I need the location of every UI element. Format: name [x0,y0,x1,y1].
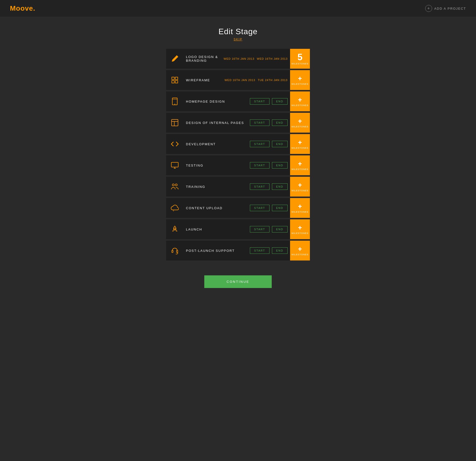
stage-dates-homepage-design: STARTEND [247,98,290,105]
stage-end-btn-training[interactable]: END [272,183,288,190]
stage-start-btn-post-launch[interactable]: START [250,247,269,254]
stage-end-btn-content-upload[interactable]: END [272,205,288,211]
stage-milestone-development[interactable]: +MILESTONES [290,134,310,154]
milestone-plus-wireframe: + [298,75,302,82]
stage-milestone-logo-design[interactable]: 5MILESTONES [290,49,310,69]
stage-icon-area-testing [166,159,183,172]
stage-dates-wireframe: WED 16TH JAN 2013TUE 24TH JAN 2013 [222,79,290,82]
stage-row-wireframe: WIREFRAMEWED 16TH JAN 2013TUE 24TH JAN 2… [166,70,310,90]
stage-milestone-training[interactable]: +MILESTONES [290,177,310,197]
stage-name-development: DEVELOPMENT [183,142,247,146]
stage-row-logo-design: LOGO DESIGN & BRANDINGWED 16TH JAN 2013W… [166,49,310,69]
stage-icon-area-training [166,180,183,193]
skip-link[interactable]: SKIP [234,38,242,41]
logo-text: Moove [10,4,33,12]
stage-milestone-launch[interactable]: +MILESTONES [290,219,310,239]
svg-rect-0 [172,77,174,80]
milestone-plus-testing: + [298,160,302,167]
stage-row-post-launch: POST-LAUNCH SUPPORTSTARTEND+MILESTONES [166,241,310,260]
milestone-label-training: MILESTONES [292,189,308,192]
stage-icon-area-homepage-design [166,95,183,108]
stage-dates-logo-design: WED 16TH JAN 2013WED 16TH JAN 2013 [221,57,290,60]
add-project-button[interactable]: + ADD A PROJECT [425,5,466,12]
stage-dates-launch: STARTEND [247,226,290,232]
milestone-label-content-upload: MILESTONES [292,211,308,213]
milestone-plus-homepage-design: + [298,96,302,103]
page-title: Edit Stage [0,27,476,36]
stage-milestone-content-upload[interactable]: +MILESTONES [290,198,310,218]
svg-text:T: T [173,209,174,212]
svg-rect-18 [177,250,178,253]
stage-start-btn-development[interactable]: START [250,141,269,147]
stage-end-btn-internal-pages[interactable]: END [272,119,288,126]
header: Moove. + ADD A PROJECT [0,0,476,17]
continue-section: CONTINUE [0,268,476,303]
stage-row-training: TRAININGSTARTEND+MILESTONES [166,177,310,197]
stage-milestone-post-launch[interactable]: +MILESTONES [290,241,310,260]
stage-milestone-homepage-design[interactable]: +MILESTONES [290,91,310,111]
stage-dates-training: STARTEND [247,183,290,190]
stage-end-btn-post-launch[interactable]: END [272,247,288,254]
svg-rect-2 [172,81,174,83]
stage-end-date-logo-design: WED 16TH JAN 2013 [257,57,288,60]
stage-name-homepage-design: HOMEPAGE DESIGN [183,100,247,103]
svg-rect-4 [172,98,177,105]
stage-start-date-wireframe: WED 16TH JAN 2013 [225,79,255,82]
stage-milestone-wireframe[interactable]: +MILESTONES [290,70,310,90]
stage-icon-area-development [166,138,183,150]
svg-rect-7 [172,119,178,126]
milestone-label-launch: MILESTONES [292,232,308,234]
stage-end-date-wireframe: TUE 24TH JAN 2013 [258,79,288,82]
milestone-label-testing: MILESTONES [292,168,308,171]
logo-dot: . [33,4,35,12]
stage-dates-internal-pages: STARTEND [247,119,290,126]
page-header: Edit Stage SKIP [0,17,476,46]
continue-button[interactable]: CONTINUE [204,275,272,288]
milestone-plus-training: + [298,182,302,189]
svg-rect-17 [172,250,173,253]
stage-start-btn-training[interactable]: START [250,183,269,190]
stage-milestone-testing[interactable]: +MILESTONES [290,155,310,175]
stage-name-wireframe: WIREFRAME [183,78,222,82]
stage-icon-area-launch [166,223,183,236]
stage-icon-area-internal-pages [166,116,183,129]
stage-start-date-logo-design: WED 16TH JAN 2013 [224,57,254,60]
stage-dates-development: STARTEND [247,141,290,147]
svg-rect-10 [171,162,178,167]
milestone-label-internal-pages: MILESTONES [292,125,308,128]
milestone-plus-development: + [298,139,302,146]
stage-row-testing: TESTINGSTARTEND+MILESTONES [166,155,310,175]
stage-row-homepage-design: HOMEPAGE DESIGNSTARTEND+MILESTONES [166,91,310,111]
stage-icon-area-content-upload: T [166,202,183,214]
stage-milestone-internal-pages[interactable]: +MILESTONES [290,113,310,133]
svg-point-16 [174,228,176,230]
stage-name-post-launch: POST-LAUNCH SUPPORT [183,249,247,253]
stage-name-content-upload: CONTENT UPLOAD [183,206,247,210]
milestone-plus-internal-pages: + [298,118,302,125]
stage-end-btn-homepage-design[interactable]: END [272,98,288,105]
milestone-label-homepage-design: MILESTONES [292,104,308,107]
stage-name-training: TRAINING [183,185,247,189]
stage-row-development: DEVELOPMENTSTARTEND+MILESTONES [166,134,310,154]
stage-dates-post-launch: STARTEND [247,247,290,254]
milestone-number-logo-design: 5 [298,53,302,62]
svg-rect-3 [175,81,178,83]
stage-start-btn-content-upload[interactable]: START [250,205,269,211]
stage-list: LOGO DESIGN & BRANDINGWED 16TH JAN 2013W… [166,49,310,260]
stage-dates-testing: STARTEND [247,162,290,169]
milestone-label-wireframe: MILESTONES [292,83,308,85]
stage-start-btn-testing[interactable]: START [250,162,269,169]
stage-icon-area-wireframe [166,74,183,86]
stage-end-btn-development[interactable]: END [272,141,288,147]
stage-start-btn-internal-pages[interactable]: START [250,119,269,126]
milestone-plus-launch: + [298,224,302,231]
stage-dates-content-upload: STARTEND [247,205,290,211]
stage-end-btn-testing[interactable]: END [272,162,288,169]
stage-name-testing: TESTING [183,164,247,167]
milestone-label-development: MILESTONES [292,147,308,149]
milestone-plus-content-upload: + [298,203,302,210]
stage-name-logo-design: LOGO DESIGN & BRANDING [183,55,221,62]
stage-end-btn-launch[interactable]: END [272,226,288,232]
stage-start-btn-launch[interactable]: START [250,226,269,232]
stage-start-btn-homepage-design[interactable]: START [250,98,269,105]
